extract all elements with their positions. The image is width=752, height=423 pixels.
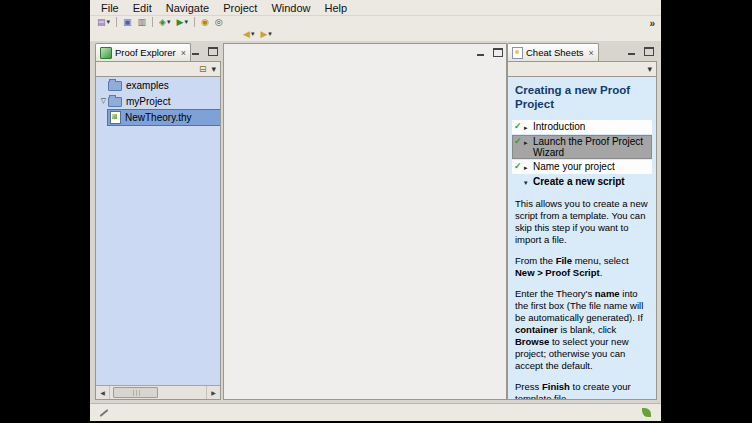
- horizontal-scrollbar[interactable]: ◀ ▶: [96, 385, 220, 399]
- tab-proof-explorer[interactable]: Proof Explorer ×: [95, 43, 191, 61]
- proof-explorer-view: Proof Explorer × ⊟ ▾ examples: [95, 43, 221, 400]
- scrollbar-track[interactable]: [110, 386, 206, 399]
- cheat-paragraph-1: This allows you to create a new script f…: [515, 198, 649, 246]
- step-label: Introduction: [533, 121, 650, 132]
- run-icon: ▶: [177, 17, 184, 27]
- step-introduction[interactable]: ✓ ▸ Introduction: [512, 120, 652, 134]
- folder-open-icon: [108, 97, 122, 107]
- minimize-button[interactable]: [474, 47, 487, 58]
- menu-bar: File Edit Navigate Project Window Help: [90, 0, 661, 15]
- bookmark-button[interactable]: ◉: [199, 16, 211, 28]
- theory-file-icon: [110, 111, 121, 124]
- tree-item-label: examples: [126, 80, 169, 91]
- maximize-icon: [208, 47, 218, 56]
- cheat-sheet-content: Creating a new Proof Project ✓ ▸ Introdu…: [507, 76, 657, 400]
- save-icon: ▣: [123, 17, 132, 27]
- minimize-icon: [192, 53, 199, 55]
- cheat-sheets-toolbar: ▾: [507, 61, 657, 77]
- scrollbar-thumb[interactable]: [113, 387, 158, 398]
- view-window-buttons: [625, 46, 655, 57]
- forward-button[interactable]: ▶ ▾: [258, 28, 273, 40]
- chevron-down-icon[interactable]: ▾: [524, 176, 533, 188]
- toolbar-row-2: ◀ ▾ ▶ ▾: [90, 28, 661, 40]
- minimize-button[interactable]: [625, 46, 638, 57]
- pencil-icon: [100, 409, 109, 417]
- menu-file[interactable]: File: [94, 2, 126, 14]
- check-icon: ✓: [514, 136, 524, 147]
- cheat-paragraph-3: Enter the Theory's name into the first b…: [515, 288, 649, 372]
- status-bar: [90, 403, 661, 421]
- leaf-icon: [642, 408, 651, 417]
- debug-icon: ◈: [159, 17, 166, 27]
- chevron-down-icon: ▾: [107, 17, 111, 27]
- editor-window-buttons: [474, 47, 504, 58]
- tree-item-newtheory[interactable]: NewTheory.thy: [96, 109, 220, 125]
- step-launch-wizard[interactable]: ✓ ▸ Launch the Proof Project Wizard: [512, 135, 652, 159]
- step-create-script[interactable]: ▾ Create a new script: [512, 175, 652, 189]
- tab-cheat-sheets[interactable]: Cheat Sheets ×: [507, 43, 599, 61]
- back-icon: ◀: [243, 29, 250, 39]
- view-menu-button[interactable]: ▾: [647, 65, 652, 74]
- minimize-icon: [628, 53, 635, 55]
- cheat-sheet-title: Creating a new Proof Project: [515, 83, 649, 111]
- maximize-button[interactable]: [491, 47, 504, 58]
- close-icon[interactable]: ×: [589, 48, 594, 58]
- chevron-right-icon[interactable]: ▸: [524, 121, 533, 133]
- cheat-sheets-icon: [512, 47, 523, 59]
- scroll-left-button[interactable]: ◀: [96, 386, 110, 399]
- chevron-down-icon: ▾: [251, 29, 255, 39]
- cheat-sheets-view: Cheat Sheets × ▾ Creating a new Proof Pr…: [507, 43, 657, 400]
- editor-area[interactable]: [223, 43, 507, 400]
- search-button[interactable]: ◎: [213, 16, 225, 28]
- cheat-sheet-steps: ✓ ▸ Introduction ✓ ▸ Launch the Proof Pr…: [512, 120, 652, 189]
- maximize-icon: [493, 48, 503, 57]
- proof-explorer-icon: [100, 47, 112, 59]
- debug-button[interactable]: ◈ ▾: [157, 16, 172, 28]
- eclipse-window: File Edit Navigate Project Window Help ▤…: [90, 0, 661, 421]
- step-label: Launch the Proof Project Wizard: [533, 136, 650, 158]
- step-name-project[interactable]: ✓ ▸ Name your project: [512, 160, 652, 174]
- edit-status-icon[interactable]: [90, 412, 661, 414]
- toolbar-overflow-chevron[interactable]: »: [649, 18, 655, 29]
- new-icon: ▤: [97, 17, 106, 27]
- menu-window[interactable]: Window: [264, 2, 317, 14]
- maximize-button[interactable]: [206, 46, 219, 57]
- forward-icon: ▶: [260, 29, 267, 39]
- search-icon: ◎: [215, 17, 223, 27]
- menu-edit[interactable]: Edit: [126, 2, 159, 14]
- folder-icon: [108, 81, 122, 91]
- proof-explorer-header: Proof Explorer ×: [95, 43, 221, 61]
- menu-navigate[interactable]: Navigate: [159, 2, 216, 14]
- save-button[interactable]: ▣: [121, 16, 134, 28]
- editor-header: [224, 44, 506, 60]
- tree-item-examples[interactable]: examples: [96, 77, 220, 93]
- back-button[interactable]: ◀ ▾: [241, 28, 256, 40]
- tree-item-label: myProject: [126, 96, 170, 107]
- print-button[interactable]: ▥: [136, 16, 149, 28]
- menu-project[interactable]: Project: [216, 2, 264, 14]
- tab-label: Proof Explorer: [115, 47, 176, 58]
- minimize-button[interactable]: [189, 46, 202, 57]
- print-icon: ▥: [138, 17, 147, 27]
- toolbar-row-1: ▤ ▾ ▣ ▥ ◈ ▾ ▶ ▾ ◉ ◎: [90, 16, 661, 28]
- run-button[interactable]: ▶ ▾: [175, 16, 190, 28]
- main-toolbar: ▤ ▾ ▣ ▥ ◈ ▾ ▶ ▾ ◉ ◎: [90, 15, 661, 42]
- chevron-down-icon: ▾: [268, 29, 272, 39]
- scroll-right-button[interactable]: ▶: [206, 386, 220, 399]
- maximize-button[interactable]: [642, 46, 655, 57]
- chevron-right-icon[interactable]: ▸: [524, 161, 533, 173]
- menu-help[interactable]: Help: [318, 2, 355, 14]
- close-icon[interactable]: ×: [181, 48, 186, 58]
- tab-label: Cheat Sheets: [526, 47, 584, 58]
- new-button[interactable]: ▤ ▾: [95, 16, 112, 28]
- chevron-down-icon: ▾: [167, 17, 171, 27]
- chevron-right-icon[interactable]: ▸: [524, 136, 533, 148]
- view-menu-button[interactable]: ▾: [211, 65, 216, 74]
- step-label: Create a new script: [533, 176, 650, 187]
- expander-open-icon[interactable]: ▽: [99, 97, 108, 105]
- workbench-area: Proof Explorer × ⊟ ▾ examples: [90, 41, 661, 404]
- tree-item-label: NewTheory.thy: [125, 112, 192, 123]
- collapse-all-button[interactable]: ⊟: [199, 65, 207, 74]
- maximize-icon: [644, 47, 654, 56]
- tree-item-myproject[interactable]: ▽ myProject: [96, 93, 220, 109]
